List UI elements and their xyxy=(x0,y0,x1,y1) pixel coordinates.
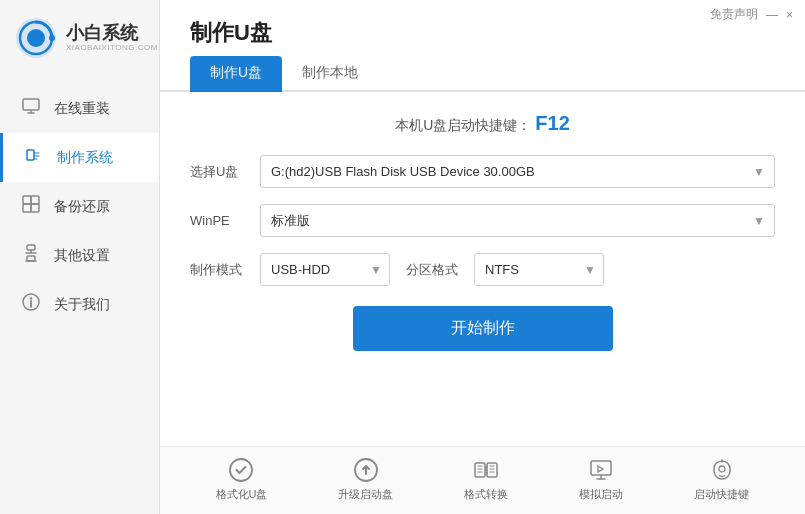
winpe-control: 标准版 ▼ xyxy=(260,204,775,237)
other-settings-icon xyxy=(20,243,42,268)
sidebar-label-online-reinstall: 在线重装 xyxy=(54,100,110,118)
mode-select-wrap: USB-HDD ▼ xyxy=(260,253,390,286)
svg-rect-20 xyxy=(487,463,497,477)
tab-make-usb[interactable]: 制作U盘 xyxy=(190,56,282,92)
logo-area: 小白系统 XIAOBAIXITONG.COM xyxy=(0,0,159,74)
svg-rect-9 xyxy=(31,196,39,204)
main-content: 制作U盘 制作U盘 制作本地 本机U盘启动快捷键：F12 选择U盘 G:(hd2… xyxy=(160,0,805,514)
upgrade-boot-icon xyxy=(353,457,379,483)
sidebar-item-backup-restore[interactable]: 备份还原 xyxy=(0,182,159,231)
sidebar-label-about-us: 关于我们 xyxy=(54,296,110,314)
format-convert-icon xyxy=(473,457,499,483)
svg-point-25 xyxy=(719,466,725,472)
mode-partition-row: 制作模式 USB-HDD ▼ 分区格式 NTFS ▼ xyxy=(190,253,775,286)
sidebar-item-make-system[interactable]: 制作系统 xyxy=(0,133,159,182)
mode-select[interactable]: USB-HDD xyxy=(260,253,390,286)
winpe-select[interactable]: 标准版 xyxy=(260,204,775,237)
logo-text: 小白系统 XIAOBAIXITONG.COM xyxy=(66,24,158,53)
svg-rect-19 xyxy=(475,463,485,477)
make-system-icon xyxy=(23,145,45,170)
logo-icon xyxy=(14,16,58,60)
shortcut-key: F12 xyxy=(535,112,569,134)
svg-rect-13 xyxy=(27,256,35,261)
svg-point-2 xyxy=(27,29,45,47)
tool-boot-shortcut-label: 启动快捷键 xyxy=(694,487,749,502)
usb-label: 选择U盘 xyxy=(190,163,260,181)
svg-rect-7 xyxy=(27,150,34,160)
partition-label: 分区格式 xyxy=(406,261,458,279)
bottom-toolbar: 格式化U盘 升级启动盘 格式转换 xyxy=(160,446,805,514)
tabs-bar: 制作U盘 制作本地 xyxy=(160,56,805,92)
tool-format-convert[interactable]: 格式转换 xyxy=(464,457,508,502)
about-us-icon xyxy=(20,292,42,317)
format-usb-icon xyxy=(228,457,254,483)
tool-boot-shortcut[interactable]: 启动快捷键 xyxy=(694,457,749,502)
svg-point-17 xyxy=(230,459,252,481)
tool-simulate-boot-label: 模拟启动 xyxy=(579,487,623,502)
usb-control: G:(hd2)USB Flash Disk USB Device 30.00GB… xyxy=(260,155,775,188)
tool-simulate-boot[interactable]: 模拟启动 xyxy=(579,457,623,502)
shortcut-hint: 本机U盘启动快捷键：F12 xyxy=(190,112,775,135)
sidebar-label-other-settings: 其他设置 xyxy=(54,247,110,265)
sidebar-label-backup-restore: 备份还原 xyxy=(54,198,110,216)
usb-select[interactable]: G:(hd2)USB Flash Disk USB Device 30.00GB xyxy=(260,155,775,188)
simulate-boot-icon xyxy=(588,457,614,483)
partition-select-wrap: NTFS ▼ xyxy=(474,253,604,286)
content-area: 本机U盘启动快捷键：F12 选择U盘 G:(hd2)USB Flash Disk… xyxy=(160,92,805,446)
svg-rect-11 xyxy=(31,204,39,212)
svg-rect-4 xyxy=(23,99,39,110)
start-button[interactable]: 开始制作 xyxy=(353,306,613,351)
usb-select-row: 选择U盘 G:(hd2)USB Flash Disk USB Device 30… xyxy=(190,155,775,188)
title-bar: 免责声明 — × xyxy=(698,0,805,29)
tool-upgrade-boot[interactable]: 升级启动盘 xyxy=(338,457,393,502)
mode-label: 制作模式 xyxy=(190,261,260,279)
logo-title: 小白系统 xyxy=(66,24,158,44)
minimize-button[interactable]: — xyxy=(766,8,778,22)
sidebar: 小白系统 XIAOBAIXITONG.COM 在线重装 制作系统 xyxy=(0,0,160,514)
partition-select[interactable]: NTFS xyxy=(474,253,604,286)
online-reinstall-icon xyxy=(20,96,42,121)
sidebar-item-online-reinstall[interactable]: 在线重装 xyxy=(0,84,159,133)
tool-upgrade-boot-label: 升级启动盘 xyxy=(338,487,393,502)
sidebar-item-about-us[interactable]: 关于我们 xyxy=(0,280,159,329)
svg-rect-8 xyxy=(23,196,31,204)
shortcut-prefix: 本机U盘启动快捷键： xyxy=(395,117,531,133)
boot-shortcut-icon xyxy=(709,457,735,483)
sidebar-item-other-settings[interactable]: 其他设置 xyxy=(0,231,159,280)
sidebar-menu: 在线重装 制作系统 备份还原 xyxy=(0,74,159,514)
svg-rect-10 xyxy=(23,204,31,212)
svg-point-3 xyxy=(49,35,55,41)
tab-make-local[interactable]: 制作本地 xyxy=(282,56,378,92)
svg-point-16 xyxy=(30,297,32,299)
winpe-select-row: WinPE 标准版 ▼ xyxy=(190,204,775,237)
tool-format-usb-label: 格式化U盘 xyxy=(216,487,268,502)
backup-restore-icon xyxy=(20,194,42,219)
logo-subtitle: XIAOBAIXITONG.COM xyxy=(66,43,158,52)
tool-format-usb[interactable]: 格式化U盘 xyxy=(216,457,268,502)
winpe-label: WinPE xyxy=(190,213,260,228)
tool-format-convert-label: 格式转换 xyxy=(464,487,508,502)
svg-rect-12 xyxy=(27,245,35,250)
close-button[interactable]: × xyxy=(786,8,793,22)
sidebar-label-make-system: 制作系统 xyxy=(57,149,113,167)
disclaimer-link[interactable]: 免责声明 xyxy=(710,6,758,23)
